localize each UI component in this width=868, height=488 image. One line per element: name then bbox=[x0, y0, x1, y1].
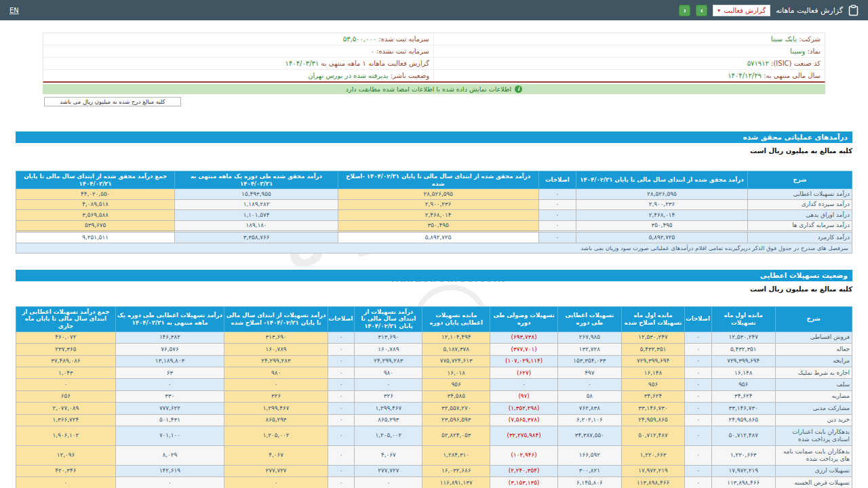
value-cell: (۱۰۲,۹۴۶) bbox=[490, 446, 558, 466]
field-label: وضعیت ناشر: bbox=[391, 72, 429, 79]
value-cell: ۰ bbox=[685, 331, 711, 343]
value-cell: ۱,۲۸۴,۳۱۰ bbox=[422, 446, 490, 466]
value-cell: ۲,۴۶۸,۰۱۴ bbox=[576, 210, 748, 220]
value-cell: ۲,۹۰۰,۲۳۶ bbox=[576, 199, 748, 209]
english-language-link[interactable]: EN bbox=[9, 7, 19, 14]
value-cell: ۲,۰۷۷,۰۸۹ bbox=[16, 403, 116, 414]
value-cell: ۸,۰۲۹ bbox=[115, 446, 224, 466]
value-cell: ۴۴,۰۲۰,۵۵۰ bbox=[16, 189, 175, 199]
value-cell: ۱۶,۰۱۸ bbox=[422, 367, 490, 379]
report-type-dropdown[interactable]: گزارش فعالیت ▾ bbox=[713, 5, 770, 16]
value-cell: ۰ bbox=[328, 465, 354, 476]
value-cell: (۱۰۷,۰۲۹,۱۱۴) bbox=[490, 355, 558, 367]
value-cell: ۵۰۱,۴۳۱ bbox=[115, 414, 224, 426]
value-cell: ۴,۰۸۹,۵۱۸ bbox=[16, 199, 175, 209]
value-cell: ۲۴,۹۵۹,۸۶۵ bbox=[621, 414, 685, 426]
value-cell: ۰ bbox=[115, 477, 224, 488]
value-cell: ۱۳,۱۸۹,۸۰۳ bbox=[115, 355, 224, 367]
value-cell: ۵,۴۳۲,۳۵۱ bbox=[621, 344, 685, 355]
value-cell: ۰ bbox=[685, 426, 711, 446]
value-cell: (۳,۱۵۳,۱۳۵) bbox=[490, 477, 558, 488]
value-cell: ۳۰۰,۸۲۱ bbox=[558, 465, 622, 476]
value-cell: (۳۲,۲۷۵,۹۸۴) bbox=[490, 426, 558, 446]
value-cell: (۳۷۷,۷۰۱) bbox=[490, 344, 558, 355]
next-report-button[interactable]: › bbox=[696, 5, 707, 16]
value-cell: ۲۴,۲۹۹,۲۸۳ bbox=[355, 355, 422, 367]
field-label: شرکت: bbox=[799, 35, 821, 43]
row-label: مرابحه bbox=[775, 355, 852, 367]
unregistered-capital-field: سرمایه ثبت نشده: ۰ bbox=[43, 45, 434, 57]
value-cell: ۲۶۷,۹۸۵ bbox=[558, 331, 622, 343]
value-cell: ۰ bbox=[16, 379, 116, 390]
column-header: درآمد محقق شده از ابتدای سال مالی تا پای… bbox=[576, 171, 748, 189]
value-cell: (۶۲۷) bbox=[490, 367, 558, 379]
value-cell: ۳,۳۵۸,۷۶۶ bbox=[175, 232, 338, 243]
value-cell: ۱۶,۱۴۸ bbox=[621, 367, 685, 379]
value-cell: ۵۲,۸۲۴,۰۵۳ bbox=[422, 426, 490, 446]
field-value: ۵۳,۵۰۰,۰۰۰ bbox=[343, 35, 376, 43]
value-cell: ۰ bbox=[685, 390, 711, 402]
value-cell: ۱,۱۰۱,۵۷۴ bbox=[175, 210, 338, 220]
value-cell: ۱۵,۴۹۳,۹۵۵ bbox=[175, 189, 338, 199]
field-value: ۱۴۰۴/۱۲/۲۹ bbox=[728, 72, 762, 79]
value-cell: ۷۷۷,۶۲۲ bbox=[115, 403, 224, 414]
value-cell: ۱۳۲,۷۲۸ bbox=[558, 344, 622, 355]
value-cell: ۴,۰۶۷ bbox=[224, 446, 328, 466]
row-label: درآمد سپرده گذاری bbox=[747, 199, 852, 209]
top-navigation-bar: گزارش فعالیت ماهانه گزارش فعالیت ▾ › ‹ E… bbox=[0, 0, 868, 20]
field-value: ۱۴۰۴/۰۳/۳۱ bbox=[285, 60, 319, 67]
unit-note: کلیه مبالغ به میلیون ریال است bbox=[16, 147, 852, 155]
granted-facilities-table: شرحمانده اول ماه تسهیلاتاصلاحاتمانده اول… bbox=[16, 306, 852, 488]
value-cell: ۰ bbox=[328, 426, 354, 446]
value-cell: ۰ bbox=[538, 210, 576, 220]
value-cell: ۳۴,۳۸۷,۵۵۰ bbox=[558, 426, 622, 446]
value-cell: ۸۶۵,۲۹۳ bbox=[224, 414, 328, 426]
value-cell: ۳,۵۶۹,۵۸۸ bbox=[16, 210, 175, 220]
value-cell: ۴,۰۶۷ bbox=[355, 446, 422, 466]
row-label: مشارکت مدنی bbox=[775, 403, 852, 414]
column-header: اصلاحات bbox=[538, 171, 576, 189]
value-cell: ۲۷۷,۷۲۷ bbox=[355, 465, 422, 476]
field-value: پذیرفته شده در بورس تهران bbox=[308, 72, 388, 79]
value-cell: ۴۲۰,۳۴۶ bbox=[16, 465, 116, 476]
value-cell: ۱۶,۰۳۲,۶۸۶ bbox=[422, 465, 490, 476]
value-cell: ۰ bbox=[490, 379, 558, 390]
value-cell: ۳۳,۱۴۶,۷۳۰ bbox=[621, 403, 685, 414]
value-cell: ۱۴۲,۶۱۹ bbox=[115, 465, 224, 476]
field-label: گزارش فعالیت ماهانه ۱ ماهه منتهی به bbox=[321, 60, 429, 67]
column-header: مانده اول ماه تسهیلات اصلاح شده bbox=[621, 306, 685, 331]
field-label: سال مالی منتهی به: bbox=[764, 72, 821, 79]
value-cell: ۰ bbox=[328, 477, 354, 488]
value-cell: ۰ bbox=[328, 331, 354, 343]
value-cell: ۰ bbox=[538, 220, 576, 231]
row-label: خرید دین bbox=[775, 414, 852, 426]
value-cell: ۵,۱۸۷,۳۷۸ bbox=[422, 344, 490, 355]
value-cell: ۱۷,۹۷۲,۲۱۹ bbox=[711, 465, 775, 476]
value-cell: ۰ bbox=[328, 344, 354, 355]
field-value: وسینا bbox=[790, 47, 805, 55]
value-cell: ۰ bbox=[558, 379, 622, 390]
previous-report-button[interactable]: ‹ bbox=[679, 5, 690, 16]
value-cell: ۰ bbox=[224, 379, 328, 390]
column-header: تسهیلات وصولی طی دوره bbox=[490, 306, 558, 331]
field-label: نماد: bbox=[808, 47, 821, 55]
registered-capital-field: سرمایه ثبت شده: ۵۳,۵۰۰,۰۰۰ bbox=[43, 33, 434, 45]
industry-code-field: کد صنعت (ISIC): ۵۷۱۹۱۲ bbox=[434, 58, 825, 69]
info-row: سال مالی منتهی به: ۱۴۰۴/۱۲/۲۹ وضعیت ناشر… bbox=[43, 70, 825, 81]
company-field: شرکت: بانک سینا bbox=[434, 33, 825, 45]
value-cell: ۶,۲۰۲,۱۰۶ bbox=[558, 414, 622, 426]
value-cell: ۳۳۰ bbox=[115, 390, 224, 402]
value-cell: ۶۳ bbox=[115, 367, 224, 379]
row-label: تسهیلات ارزی bbox=[775, 465, 852, 476]
chevron-down-icon: ▾ bbox=[717, 7, 720, 14]
value-cell: ۵۳۹,۶۷۵ bbox=[16, 220, 175, 231]
value-cell: ۵,۸۹۲,۷۲۵ bbox=[338, 232, 538, 243]
amount-unit-box: کلیه مبالغ درج شده به میلیون ریال می باش… bbox=[44, 97, 181, 106]
row-label: تسهیلات قرض الحسنه bbox=[775, 477, 852, 488]
value-cell: ۱,۳۶۶,۷۲۴ bbox=[16, 414, 116, 426]
value-cell: ۰ bbox=[685, 403, 711, 414]
monthly-activity-report-page: نبض بورس nabzebourse.com گزارش فعالیت ما… bbox=[0, 0, 868, 488]
value-cell: ۱۶۰,۷۸۹ bbox=[355, 344, 422, 355]
value-cell: ۰ bbox=[328, 390, 354, 402]
row-label: اجاره به شرط تملیک bbox=[775, 367, 852, 379]
